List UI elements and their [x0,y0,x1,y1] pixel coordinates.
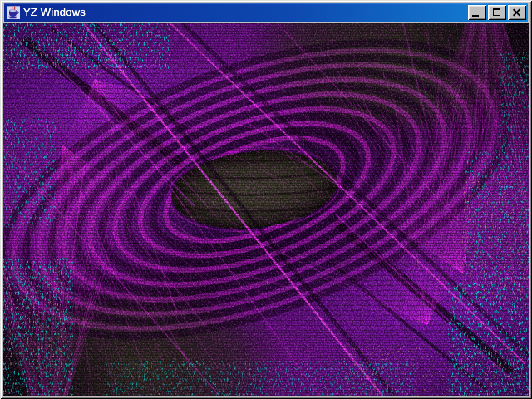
moire-pattern [3,23,529,396]
java-coffee-cup-icon[interactable] [7,6,20,19]
window-controls [468,5,526,20]
close-button[interactable] [508,5,526,20]
fractal-canvas[interactable] [3,23,529,396]
maximize-button[interactable] [488,5,506,20]
maximize-icon [493,8,500,16]
window-title: YZ Windows [23,3,468,22]
noise-layer [3,23,529,396]
app-window: YZ Windows [0,0,532,399]
titlebar[interactable]: YZ Windows [4,3,528,22]
minimize-icon [472,15,479,17]
minimize-button[interactable] [468,5,486,20]
